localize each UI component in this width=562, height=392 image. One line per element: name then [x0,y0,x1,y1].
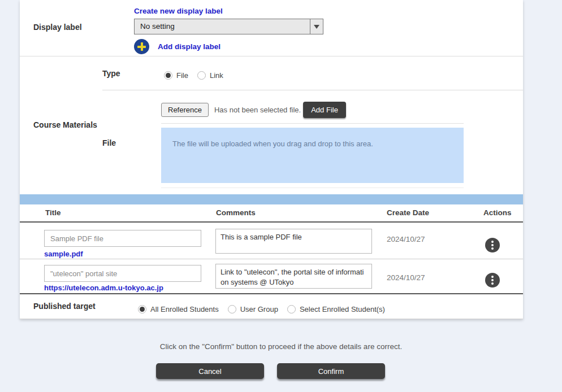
display-label-select[interactable]: No setting [134,19,323,34]
radio-type-file-label: File [176,71,188,80]
form-panel: Display label Create new display label N… [20,0,523,319]
published-target-section: Published target All Enrolled Students U… [20,294,523,319]
course-materials-heading: Course Materials [33,120,97,129]
display-label-heading: Display label [33,23,82,32]
column-header-title: Title [45,204,61,221]
materials-table-header: Title Comments Create Date Actions [20,204,523,223]
radio-select-enrolled-students-label: Select Enrolled Student(s) [300,305,385,313]
radio-user-group[interactable] [228,305,236,313]
type-section: Type File Link [20,56,523,90]
file-link[interactable]: https://utelecon.adm.u-tokyo.ac.jp [44,284,163,292]
confirm-button[interactable]: Confirm [277,363,385,379]
file-heading: File [102,138,116,147]
divider [161,188,464,188]
confirm-instruction-text: Click on the "Confirm" button to proceed… [0,342,562,351]
divider [161,123,464,124]
type-heading: Type [102,69,120,78]
radio-type-link[interactable] [197,71,206,80]
published-target-heading: Published target [33,302,96,311]
kebab-menu-icon[interactable] [485,238,500,252]
plus-icon[interactable] [134,39,149,54]
kebab-menu-icon[interactable] [485,273,500,288]
course-materials-section: Course Materials Reference Has not been … [20,90,523,194]
comment-box[interactable]: Link to "utelecon", the portal site of i… [215,264,372,289]
radio-type-file[interactable] [164,71,172,80]
table-row: sample.pdf This is a sample PDF file 202… [20,223,523,259]
file-link[interactable]: sample.pdf [44,250,83,258]
cancel-button[interactable]: Cancel [156,363,264,379]
display-label-section: Display label Create new display label N… [20,0,523,56]
no-file-selected-text: Has not been selected file. [214,106,301,114]
add-display-label-link[interactable]: Add display label [158,42,221,51]
display-label-content: Create new display label No setting Add … [134,6,323,54]
title-input[interactable] [44,265,201,282]
radio-all-enrolled-students-label: All Enrolled Students [150,305,219,313]
create-date: 2024/10/27 [387,235,425,243]
file-dropzone[interactable]: The file will be uploaded when you drag … [161,128,464,183]
column-header-comments: Comments [216,204,256,221]
radio-all-enrolled-students[interactable] [138,305,146,313]
select-dropdown-button[interactable] [310,19,323,34]
add-display-label-row: Add display label [134,39,323,54]
add-file-button[interactable]: Add File [303,102,346,118]
reference-button[interactable]: Reference [161,103,209,117]
file-reference-row: Reference Has not been selected file. Ad… [161,102,346,118]
radio-user-group-label: User Group [240,305,278,313]
create-date: 2024/10/27 [387,273,425,282]
title-input[interactable] [44,230,201,247]
display-label-select-value: No setting [135,19,310,34]
comment-box[interactable]: This is a sample PDF file [215,229,372,254]
column-header-create-date: Create Date [387,204,429,221]
published-target-radio-group: All Enrolled Students User Group Select … [138,305,385,313]
radio-type-link-label: Link [210,71,223,80]
type-radio-group: File Link [164,71,223,80]
table-top-bar [20,194,523,204]
chevron-down-icon [314,25,319,29]
create-new-display-label-link[interactable]: Create new display label [134,7,223,15]
table-row: https://utelecon.adm.u-tokyo.ac.jp Link … [20,259,523,294]
column-header-actions: Actions [483,204,512,221]
radio-select-enrolled-students[interactable] [287,305,296,313]
